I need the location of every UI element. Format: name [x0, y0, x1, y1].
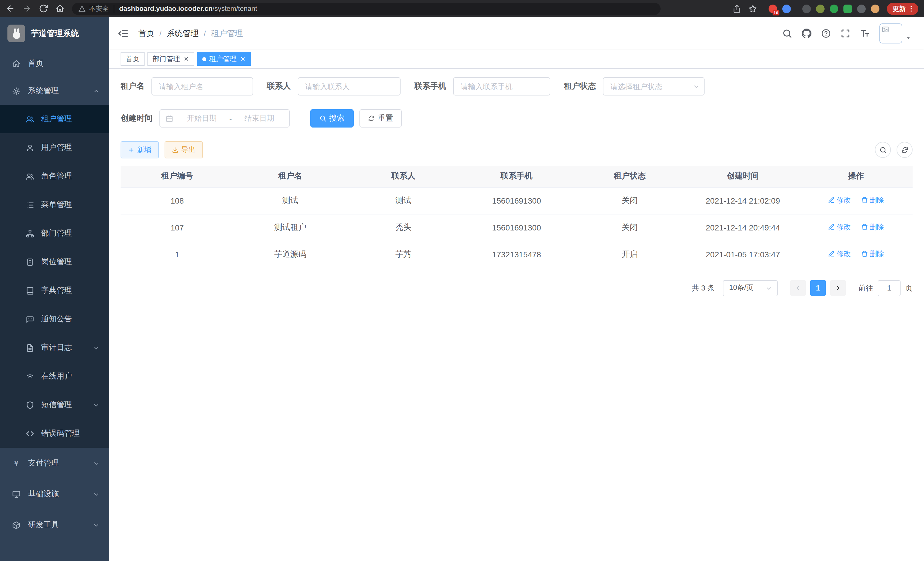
sidebar-item-menu[interactable]: 菜单管理	[0, 190, 109, 219]
extension-icon-green[interactable]	[830, 4, 838, 13]
sidebar-item-system[interactable]: 系统管理	[0, 77, 109, 105]
sidebar-item-post[interactable]: 岗位管理	[0, 248, 109, 276]
sidebar-item-dict[interactable]: 字典管理	[0, 276, 109, 305]
broken-image-icon	[882, 26, 889, 33]
app-title: 芋道管理系统	[31, 28, 79, 39]
app-logo: 芋道管理系统	[0, 17, 109, 50]
status-select-input[interactable]	[603, 77, 705, 96]
github-icon[interactable]	[802, 29, 812, 38]
sidebar-item-devtools[interactable]: 研发工具	[0, 510, 109, 540]
sidebar-item-infra[interactable]: 基础设施	[0, 479, 109, 510]
edit-action[interactable]: 修改	[828, 223, 851, 232]
help-question-icon[interactable]	[821, 29, 831, 38]
edit-action[interactable]: 修改	[828, 196, 851, 205]
sidebar-item-online-user[interactable]: 在线用户	[0, 362, 109, 391]
extension-icon-dark[interactable]	[802, 4, 811, 13]
header-actions	[772, 23, 911, 44]
profile-avatar-icon[interactable]	[871, 4, 879, 13]
cell-phone: 17321315478	[460, 241, 573, 268]
total-count-label: 共 3 条	[692, 283, 715, 293]
font-size-icon[interactable]	[860, 29, 870, 38]
tenant-name-input[interactable]	[152, 77, 253, 96]
delete-action[interactable]: 删除	[861, 249, 884, 259]
sidebar-item-audit-log[interactable]: 审计日志	[0, 333, 109, 362]
date-range-picker[interactable]: 开始日期 - 结束日期	[159, 109, 290, 128]
tab-dept[interactable]: 部门管理	[147, 52, 194, 66]
browser-forward-icon[interactable]	[22, 4, 32, 13]
url-divider	[113, 5, 114, 12]
tab-close-icon[interactable]	[240, 56, 246, 62]
prev-page-button[interactable]	[790, 280, 806, 296]
tab-tenant[interactable]: 租户管理	[197, 52, 251, 66]
chevron-right-icon	[835, 285, 841, 291]
chevron-down-icon	[93, 522, 99, 528]
phone-input[interactable]	[453, 77, 550, 96]
sidebar-item-role[interactable]: 角色管理	[0, 162, 109, 190]
tags-view-bar: 首页 部门管理 租户管理	[109, 50, 924, 69]
fullscreen-icon[interactable]	[841, 29, 850, 38]
contact-input[interactable]	[298, 77, 400, 96]
filter-create-time: 创建时间 开始日期 - 结束日期	[121, 109, 290, 128]
edit-action[interactable]: 修改	[828, 249, 851, 259]
page-unit-label: 页	[905, 283, 913, 293]
share-icon[interactable]	[733, 4, 741, 13]
sidebar-item-dept[interactable]: 部门管理	[0, 219, 109, 248]
reset-button[interactable]: 重置	[359, 109, 402, 128]
status-select[interactable]	[603, 77, 705, 96]
extension-icon-blue[interactable]	[782, 4, 791, 13]
tab-home[interactable]: 首页	[121, 52, 145, 66]
browser-home-icon[interactable]	[56, 4, 64, 13]
end-date-placeholder[interactable]: 结束日期	[235, 113, 284, 123]
chevron-down-icon	[93, 460, 99, 466]
sidebar-item-user[interactable]: 用户管理	[0, 133, 109, 162]
sidebar-item-payment[interactable]: ¥ 支付管理	[0, 448, 109, 479]
delete-action[interactable]: 删除	[861, 223, 884, 232]
header-search-icon[interactable]	[782, 29, 792, 38]
download-icon	[172, 147, 178, 153]
page-size-select[interactable]: 10条/页	[723, 280, 778, 296]
table-toolbar: 新增 导出	[121, 141, 913, 158]
avatar-caret-down-icon[interactable]	[905, 35, 911, 41]
create-time-label: 创建时间	[121, 113, 153, 123]
cell-contact: 测试	[347, 187, 460, 214]
tab-close-icon[interactable]	[183, 56, 189, 62]
sidebar-item-home[interactable]: 首页	[0, 50, 109, 77]
extension-icon-red[interactable]: 10	[769, 4, 777, 13]
delete-action[interactable]: 删除	[861, 196, 884, 205]
extension-icon-green-square[interactable]	[843, 4, 852, 13]
sidebar-item-notice[interactable]: 通知公告	[0, 305, 109, 333]
browser-update-button[interactable]: 更新	[887, 3, 918, 15]
browser-back-icon[interactable]	[6, 4, 15, 13]
address-bar[interactable]: 不安全 dashboard.yudao.iocoder.cn/system/te…	[72, 3, 661, 15]
menu-fold-icon[interactable]	[118, 28, 129, 39]
edit-label: 修改	[837, 223, 851, 232]
next-page-button[interactable]	[830, 280, 846, 296]
extension-icon-olive[interactable]	[816, 4, 825, 13]
breadcrumb-system[interactable]: 系统管理	[166, 28, 199, 39]
start-date-placeholder[interactable]: 开始日期	[178, 113, 226, 123]
add-button[interactable]: 新增	[121, 141, 159, 158]
add-button-label: 新增	[137, 145, 152, 155]
browser-reload-icon[interactable]	[39, 4, 48, 13]
extensions-puzzle-icon[interactable]	[857, 4, 866, 13]
export-button[interactable]: 导出	[165, 141, 203, 158]
toolbox-icon	[12, 521, 21, 529]
sidebar-item-tenant[interactable]: 租户管理	[0, 105, 109, 133]
select-caret-down-icon	[693, 83, 699, 89]
breadcrumb-home[interactable]: 首页	[138, 28, 154, 39]
refresh-table-button[interactable]	[897, 142, 913, 158]
filter-status: 租户状态	[564, 77, 705, 96]
trash-icon	[861, 197, 868, 204]
browser-menu-icon[interactable]	[908, 5, 915, 12]
goto-page-input[interactable]	[878, 280, 901, 296]
table-row: 108 测试 测试 15601691300 关闭 2021-12-14 21:0…	[121, 187, 913, 214]
current-page-button[interactable]: 1	[810, 280, 826, 296]
sidebar-item-error-code[interactable]: 错误码管理	[0, 419, 109, 448]
chevron-down-icon	[93, 344, 99, 351]
search-button[interactable]: 搜索	[310, 109, 354, 128]
sms-shield-icon	[26, 401, 34, 409]
sidebar-item-sms[interactable]: 短信管理	[0, 391, 109, 419]
bookmark-star-icon[interactable]	[748, 4, 757, 13]
user-avatar[interactable]	[879, 23, 902, 44]
show-search-toggle-button[interactable]	[875, 142, 891, 158]
